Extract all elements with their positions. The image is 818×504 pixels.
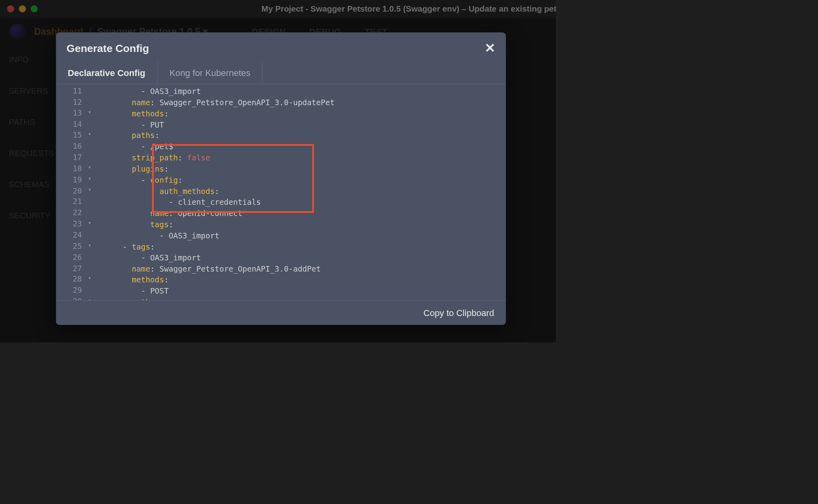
line-number: 26 [56,253,86,262]
line-number: 27 [56,264,86,273]
line-number: 12 [56,98,86,106]
line-number: 13▾ [56,109,86,118]
code-line: 19▾ - config: [56,175,506,186]
code-content: - POST [85,286,506,297]
code-line: 28▾ methods: [56,275,506,286]
code-content: paths: [85,131,506,142]
code-content: - PUT [85,120,506,131]
fold-icon[interactable]: ▾ [88,164,91,170]
modal-header: Generate Config ✕ [56,32,506,62]
generate-config-modal: Generate Config ✕ Declarative Config Kon… [56,32,506,325]
code-line: 20▾ auth_methods: [56,186,506,198]
fold-icon[interactable]: ▾ [88,297,91,300]
close-icon[interactable]: ✕ [485,41,495,56]
code-content: tags: [85,220,506,231]
line-number: 20▾ [56,186,86,195]
code-line: 16 - /pet$ [56,142,506,153]
line-number: 14 [56,120,86,129]
code-line: 13▾ methods: [56,109,506,120]
modal-body[interactable]: 11 - OAS3_import12 name: Swagger_Petstor… [56,84,506,300]
code-content: - OAS3_import [85,86,506,98]
modal-tabs: Declarative Config Kong for Kubernetes [56,62,506,84]
copy-to-clipboard-button[interactable]: Copy to Clipboard [423,308,494,318]
line-number: 19▾ [56,175,86,184]
code-content: methods: [85,109,506,120]
line-number: 24 [56,231,86,240]
modal-footer: Copy to Clipboard [56,300,506,325]
code-line: 26 - OAS3_import [56,253,506,264]
code-content: name: Swagger_Petstore_OpenAPI_3.0-updat… [85,98,506,109]
code-line: 24 - OAS3_import [56,231,506,242]
line-number: 11 [56,86,86,95]
fold-icon[interactable]: ▾ [88,186,91,193]
code-line: 11 - OAS3_import [56,86,506,98]
code-line: 21 - client_credentials [56,198,506,209]
code-line: 15▾ paths: [56,131,506,142]
line-number: 23▾ [56,220,86,228]
code-content: - client_credentials [85,198,506,209]
code-line: 25▾ - tags: [56,242,506,253]
code-content: - OAS3_import [85,231,506,242]
code-line: 12 name: Swagger_Petstore_OpenAPI_3.0-up… [56,98,506,109]
modal-title: Generate Config [66,42,149,54]
line-number: 29 [56,286,86,295]
line-number: 22 [56,208,86,217]
line-number: 21 [56,198,86,206]
fold-icon[interactable]: ▾ [88,175,91,182]
fold-icon[interactable]: ▾ [88,220,91,226]
fold-icon[interactable]: ▾ [88,109,91,115]
line-number: 16 [56,142,86,151]
code-content: methods: [85,275,506,286]
line-number: 30▾ [56,297,86,300]
tab-kong-kubernetes[interactable]: Kong for Kubernetes [158,62,263,84]
code-content: strip_path: false [85,153,506,164]
code-content: - /pet$ [85,142,506,153]
fold-icon[interactable]: ▾ [88,242,91,248]
fold-icon[interactable]: ▾ [88,275,91,282]
code-content: - OAS3_import [85,253,506,264]
line-number: 15▾ [56,131,86,140]
code-line: 29 - POST [56,286,506,297]
code-line: 17 strip_path: false [56,153,506,164]
line-number: 17 [56,153,86,162]
code-line: 22 name: openid-connect [56,208,506,220]
fold-icon[interactable]: ▾ [88,131,91,137]
code-line: 27 name: Swagger_Petstore_OpenAPI_3.0-ad… [56,264,506,275]
code-content: name: Swagger_Petstore_OpenAPI_3.0-addPe… [85,264,506,275]
code-line: 18▾ plugins: [56,164,506,175]
code-content: name: openid-connect [85,208,506,220]
line-number: 18▾ [56,164,86,173]
code-line: 30▾ paths: [56,297,506,300]
code-line: 23▾ tags: [56,220,506,231]
code-content: - tags: [85,242,506,253]
line-number: 25▾ [56,242,86,251]
tab-declarative-config[interactable]: Declarative Config [56,62,158,84]
code-line: 14 - PUT [56,120,506,131]
code-content: - config: [85,175,506,186]
code-content: plugins: [85,164,506,175]
code-content: auth_methods: [85,186,506,198]
code-content: paths: [85,297,506,300]
line-number: 28▾ [56,275,86,284]
